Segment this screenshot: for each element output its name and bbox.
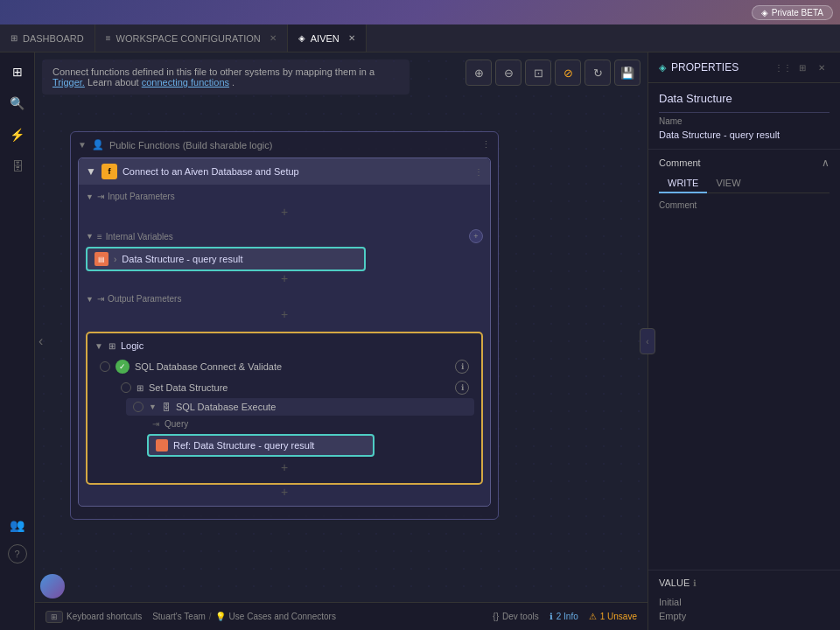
logic-item-label-sql-execute: SQL Database Execute [176,402,276,412]
props-tool-grid-icon[interactable]: ⋮⋮ [775,60,791,75]
workspace-close-icon[interactable]: ✕ [270,33,276,43]
ds-icon: ▤ [94,252,108,266]
value-section: VALUE ℹ Initial Empty [648,570,840,630]
tab-aiven[interactable]: ◈ AIVEN ✕ [288,24,367,52]
input-params-icon: ⇥ [97,192,104,201]
sidebar-item-home[interactable]: ⊞ [5,60,30,84]
sidebar-item-trigger[interactable]: ⚡ [5,122,30,147]
logic-item-sql-execute[interactable]: ▼ 🗄 SQL Database Execute [126,398,474,416]
comment-section: Comment ∧ WRITE VIEW Comment [648,150,840,570]
beta-icon: ◈ [761,8,768,18]
input-params-add[interactable]: + [86,205,483,219]
properties-header: ◈ PROPERTIES ⋮⋮ ⊞ ✕ [648,52,840,83]
sql-execute-chevron-icon: ▼ [149,402,157,411]
function-block: ▼ f Connect to an Aiven Database and Set… [78,158,491,507]
tab-dashboard[interactable]: ⊞ DASHBOARD [0,24,95,52]
left-sidebar: ⊞ 🔍 ⚡ 🗄 👥 ? [0,52,35,630]
comment-tab-write[interactable]: WRITE [659,174,707,193]
tab-aiven-label: AIVEN [311,33,340,44]
logic-dot-3-icon [133,402,144,412]
logic-dot-icon [100,361,110,372]
dev-tools-label: Dev tools [502,612,539,621]
internal-vars-header[interactable]: ▼ ≡ Internal Variables + [86,229,483,243]
value-key-empty: Empty [659,611,686,621]
aiven-close-icon[interactable]: ✕ [348,33,355,43]
props-tool-expand-icon[interactable]: ⊞ [794,60,810,75]
query-arrow-icon: ⇥ [152,419,159,429]
logic-title: Logic [121,340,144,351]
comment-field-label: Comment [659,200,830,210]
data-structure-section: Data Structure Name Data Structure - que… [648,83,840,150]
bottom-bar-left: ⊞ Keyboard shortcuts Stuart's Team / 💡 U… [46,611,336,623]
logic-section-add[interactable]: + [86,485,483,499]
sidebar-item-help[interactable]: ? [8,544,27,564]
comment-chevron-icon[interactable]: ∧ [822,157,830,169]
workspace-icon: ≡ [106,33,111,43]
properties-title-label: PROPERTIES [671,61,738,74]
top-bar: ◈ Private BETA [0,0,840,24]
logic-info-icon[interactable]: ℹ [455,360,469,374]
breadcrumb-icon: 💡 [215,612,226,621]
data-structure-item[interactable]: ▤ › Data Structure - query result [86,247,366,271]
input-params-header[interactable]: ▼ ⇥ Input Parameters [86,192,483,201]
warning-count-label: 1 Unsave [600,612,637,621]
dashboard-icon: ⊞ [10,33,18,43]
properties-icon: ◈ [659,62,666,74]
comment-tab-view[interactable]: VIEW [707,174,749,192]
output-chevron-icon: ▼ [86,295,94,304]
beta-badge: ◈ Private BETA [752,5,833,20]
logic-section: ▼ ⊞ Logic ✓ SQL Database Connect & Valid… [79,325,490,506]
output-params-label: Output Parameters [108,294,181,304]
logic-info-2-icon[interactable]: ℹ [455,381,469,395]
group-chevron-icon: ▼ [78,140,87,150]
internal-vars-section: ▼ ≡ Internal Variables + ▤ › Data Struct… [79,226,490,290]
dev-tools-item[interactable]: {} Dev tools [493,612,538,621]
sidebar-item-database[interactable]: 🗄 [5,154,30,178]
canvas-area: Connect functions defined in this file t… [35,52,648,630]
breadcrumb-sep-icon: / [209,612,212,621]
value-header: VALUE ℹ [659,578,830,588]
breadcrumb-team: Stuart's Team [152,612,206,621]
output-params-header[interactable]: ▼ ⇥ Output Parameters [86,294,483,304]
avatar [40,574,65,598]
logic-add-btn[interactable]: + [94,458,474,476]
group-menu-icon[interactable]: ⋮ [481,139,491,150]
info-count-item[interactable]: ℹ 2 Info [550,612,578,621]
tab-bar: ⊞ DASHBOARD ≡ WORKSPACE CONFIGURATION ✕ … [0,24,840,52]
data-structure-title: Data Structure [659,92,830,105]
fn-icon: f [102,164,117,179]
sql-icon: 🗄 [162,402,171,412]
fn-menu-icon[interactable]: ⋮ [474,167,483,177]
logic-icon: ⊞ [108,341,116,351]
props-tool-close-icon[interactable]: ✕ [814,60,830,75]
logic-item-set-ds[interactable]: ⊞ Set Data Structure ℹ [116,377,474,398]
internal-vars-add-icon[interactable]: + [469,229,483,243]
output-params-add[interactable]: + [86,307,483,321]
tab-workspace[interactable]: ≡ WORKSPACE CONFIGURATION ✕ [95,24,288,52]
breadcrumb-location: Use Cases and Connectors [229,612,336,621]
output-params-section: ▼ ⇥ Output Parameters + [79,290,490,325]
warning-count-item[interactable]: ⚠ 1 Unsave [589,612,637,621]
ds-chevron-icon: › [114,255,116,264]
logic-item-label-sql-connect: SQL Database Connect & Validate [135,361,282,372]
right-sidebar: ‹ ◈ PROPERTIES ⋮⋮ ⊞ ✕ Data Structure Nam… [648,52,840,630]
logic-check-icon: ✓ [116,360,130,374]
sidebar-item-search[interactable]: 🔍 [5,91,30,116]
logic-item-sql-connect[interactable]: ✓ SQL Database Connect & Validate ℹ [94,356,474,377]
sidebar-collapse-button[interactable]: ‹ [640,328,655,354]
group-icon: 👤 [92,139,104,150]
sidebar-item-team[interactable]: 👥 [5,513,30,537]
ref-data-structure-item[interactable]: Ref: Data Structure - query result [147,434,374,457]
comment-input[interactable] [659,214,830,266]
info-icon: ℹ [550,612,553,621]
properties-title: ◈ PROPERTIES [659,61,738,74]
fn-block-header[interactable]: ▼ f Connect to an Aiven Database and Set… [79,158,490,185]
ds-name: Data Structure - query result [122,254,242,264]
set-ds-icon: ⊞ [136,383,144,393]
keyboard-shortcuts-item[interactable]: ⊞ Keyboard shortcuts [46,611,142,623]
output-params-icon: ⇥ [97,294,104,304]
internal-vars-add-btn[interactable]: + [86,271,483,285]
props-separator [659,112,830,113]
logic-header: ▼ ⊞ Logic [94,340,474,351]
name-value: Data Structure - query result [659,130,830,140]
